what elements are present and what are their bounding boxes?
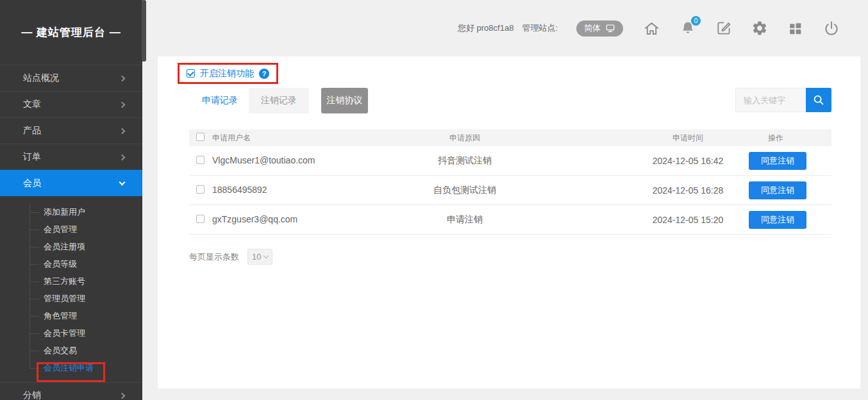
help-icon[interactable]: ? xyxy=(259,69,269,79)
subitem-label: 会员等级 xyxy=(44,258,77,270)
approve-cancellation-button[interactable]: 同意注销 xyxy=(749,152,806,170)
sidebar-subitem-member-management[interactable]: 会员管理 xyxy=(0,221,142,238)
edit-icon[interactable] xyxy=(715,20,732,37)
main-panel: 开启注销功能 ? 申请记录 注销记录 注销协议 申请用户名 申请原因 申请时间 … xyxy=(158,56,860,388)
header-action: 操作 xyxy=(768,133,783,144)
chevron-right-icon xyxy=(119,128,126,134)
sidebar-item-members[interactable]: 会员 xyxy=(0,170,142,196)
chevron-right-icon xyxy=(119,392,126,399)
header-time: 申请时间 xyxy=(587,133,789,144)
apps-grid-icon[interactable] xyxy=(787,20,804,37)
sidebar-subitem-admin-management[interactable]: 管理员管理 xyxy=(0,290,142,307)
monitor-icon xyxy=(605,23,615,33)
language-site-button[interactable]: 简体 xyxy=(576,21,623,37)
manage-site-label: 管理站点: xyxy=(522,22,558,34)
sidebar-item-label: 订单 xyxy=(23,151,41,163)
account-info: 您好 pro8cf1a8 管理站点: xyxy=(458,22,558,34)
sidebar-item-distribution[interactable]: 分销 xyxy=(0,382,142,400)
row-username: 18856495892 xyxy=(212,185,267,196)
subitem-label: 会员卡管理 xyxy=(44,328,85,339)
page-size-value: 10 xyxy=(252,252,261,262)
app-title: — 建站管理后台 — xyxy=(0,0,142,65)
chevron-down-icon xyxy=(119,179,126,185)
tab-cancellation-agreement[interactable]: 注销协议 xyxy=(321,88,368,113)
subitem-label: 会员管理 xyxy=(44,224,77,235)
search-icon xyxy=(812,93,826,107)
subitem-label: 管理员管理 xyxy=(44,293,85,304)
sidebar-subitem-member-card-management[interactable]: 会员卡管理 xyxy=(0,324,142,342)
row-checkbox[interactable] xyxy=(196,215,204,223)
topbar: 您好 pro8cf1a8 管理站点: 简体 0 xyxy=(142,0,868,56)
search-bar xyxy=(735,88,831,112)
search-button[interactable] xyxy=(806,88,831,112)
row-reason: 抖音测试注销 xyxy=(343,155,587,167)
greeting-text: 您好 pro8cf1a8 xyxy=(458,22,513,34)
sidebar: — 建站管理后台 — 站点概况 文章 产品 订单 会员 添加新用户 会员管理 会… xyxy=(0,0,142,400)
sidebar-item-label: 产品 xyxy=(23,125,41,137)
power-icon[interactable] xyxy=(822,20,840,37)
sidebar-item-label: 会员 xyxy=(23,178,41,189)
sidebar-subitem-member-transactions[interactable]: 会员交易 xyxy=(0,342,142,359)
sidebar-item-label: 文章 xyxy=(23,99,41,110)
subitem-label: 第三方账号 xyxy=(44,276,85,287)
bell-icon[interactable]: 0 xyxy=(679,20,696,37)
subitem-label: 添加新用户 xyxy=(44,206,85,218)
sidebar-subitem-member-cancellation-requests[interactable]: 会员注销申请 xyxy=(0,359,142,376)
table-row: VlgcMuser1@toutiao.com 抖音测试注销 2024-12-05… xyxy=(189,146,831,176)
sidebar-scrollbar-thumb[interactable] xyxy=(142,0,146,62)
sidebar-item-articles[interactable]: 文章 xyxy=(0,91,142,117)
subitem-label: 会员注销申请 xyxy=(44,362,94,374)
header-username: 申请用户名 xyxy=(212,133,343,144)
approve-cancellation-button[interactable]: 同意注销 xyxy=(749,211,806,229)
sidebar-item-site-overview[interactable]: 站点概况 xyxy=(0,65,142,91)
sidebar-item-products[interactable]: 产品 xyxy=(0,117,142,144)
row-checkbox[interactable] xyxy=(196,156,204,164)
row-reason: 申请注销 xyxy=(343,214,587,226)
tab-cancellation-records[interactable]: 注销记录 xyxy=(249,88,309,113)
chevron-right-icon xyxy=(119,101,126,108)
sidebar-subitem-member-levels[interactable]: 会员等级 xyxy=(0,255,142,272)
page-size-select[interactable]: 10 xyxy=(247,249,272,265)
cancellation-toggle-highlight: 开启注销功能 ? xyxy=(178,63,278,84)
sidebar-subitem-third-party-accounts[interactable]: 第三方账号 xyxy=(0,272,142,290)
sidebar-item-orders[interactable]: 订单 xyxy=(0,144,142,170)
sidebar-item-label: 站点概况 xyxy=(23,72,59,84)
requests-table: 申请用户名 申请原因 申请时间 操作 VlgcMuser1@toutiao.co… xyxy=(189,129,831,235)
notification-badge: 0 xyxy=(691,16,701,26)
search-input[interactable] xyxy=(735,88,806,112)
chevron-right-icon xyxy=(119,75,126,81)
chevron-down-icon xyxy=(263,253,269,258)
enable-cancellation-checkbox[interactable] xyxy=(187,69,195,78)
header-reason: 申请原因 xyxy=(343,133,587,144)
subitem-label: 会员交易 xyxy=(44,345,77,356)
pagination: 每页显示条数 10 xyxy=(189,249,272,265)
table-header: 申请用户名 申请原因 申请时间 操作 xyxy=(189,129,831,146)
tabs: 申请记录 注销记录 注销协议 xyxy=(191,88,368,113)
row-username: gxTzguser3@qq.com xyxy=(212,214,297,225)
table-row: 18856495892 自负包测试注销 2024-12-05 16:28 同意注… xyxy=(189,176,831,205)
language-label: 简体 xyxy=(584,22,601,34)
sidebar-subitem-member-registration-fields[interactable]: 会员注册项 xyxy=(0,238,142,255)
home-icon[interactable] xyxy=(643,20,660,37)
row-reason: 自负包测试注销 xyxy=(343,185,587,196)
subitem-label: 会员注册项 xyxy=(44,241,85,253)
row-username: VlgcMuser1@toutiao.com xyxy=(212,155,315,166)
members-submenu: 添加新用户 会员管理 会员注册项 会员等级 第三方账号 管理员管理 角色管理 会… xyxy=(0,196,142,382)
gear-icon[interactable] xyxy=(751,20,768,37)
select-all-checkbox[interactable] xyxy=(196,133,204,141)
sidebar-subitem-role-management[interactable]: 角色管理 xyxy=(0,307,142,324)
enable-cancellation-label: 开启注销功能 xyxy=(200,68,254,79)
approve-cancellation-button[interactable]: 同意注销 xyxy=(749,181,806,199)
subitem-label: 角色管理 xyxy=(44,310,77,322)
row-checkbox[interactable] xyxy=(196,185,204,194)
sidebar-item-label: 分销 xyxy=(23,390,41,400)
sidebar-subitem-add-new-user[interactable]: 添加新用户 xyxy=(0,203,142,221)
page-size-label: 每页显示条数 xyxy=(189,251,239,263)
table-row: gxTzguser3@qq.com 申请注销 2024-12-05 15:20 … xyxy=(189,205,831,235)
chevron-right-icon xyxy=(119,154,126,160)
tab-application-records[interactable]: 申请记录 xyxy=(191,88,249,113)
